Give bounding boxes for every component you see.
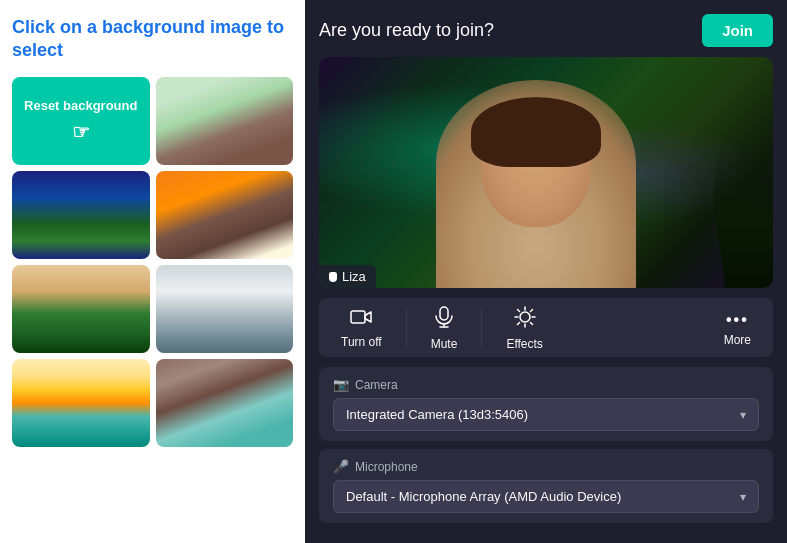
instruction-text: Click on a background image to select <box>12 16 293 63</box>
left-panel: Click on a background image to select Re… <box>0 0 305 543</box>
mic-indicator <box>329 272 337 282</box>
svg-rect-1 <box>440 307 448 320</box>
person-silhouette <box>436 80 636 288</box>
background-forest[interactable] <box>12 265 150 353</box>
background-resort[interactable] <box>156 359 294 447</box>
turn-off-label: Turn off <box>341 335 382 349</box>
svg-point-4 <box>520 312 530 322</box>
svg-line-9 <box>517 310 519 312</box>
microphone-value: Default - Microphone Array (AMD Audio De… <box>346 489 621 504</box>
divider <box>406 309 407 349</box>
background-beach[interactable] <box>12 359 150 447</box>
background-grid: Reset background ☞ <box>12 77 293 447</box>
mute-label: Mute <box>431 337 458 351</box>
mic-device-icon: 🎤 <box>333 459 349 474</box>
svg-rect-0 <box>351 311 365 323</box>
camera-icon <box>350 308 372 331</box>
microphone-label: Microphone <box>355 460 418 474</box>
right-panel: Are you ready to join? Join Liza <box>305 0 787 543</box>
person-hair <box>471 97 601 167</box>
background-cafe[interactable] <box>156 77 294 165</box>
more-button[interactable]: ••• More <box>702 311 773 347</box>
top-bar: Are you ready to join? Join <box>319 14 773 47</box>
video-preview: Liza <box>319 57 773 288</box>
background-mountains[interactable] <box>156 265 294 353</box>
ready-text: Are you ready to join? <box>319 20 494 41</box>
reset-background-button[interactable]: Reset background ☞ <box>12 77 150 165</box>
name-tag: Liza <box>319 265 376 288</box>
microphone-section: 🎤 Microphone Default - Microphone Array … <box>319 449 773 523</box>
chevron-down-icon-mic: ▾ <box>740 490 746 504</box>
svg-line-11 <box>530 310 532 312</box>
camera-label: Camera <box>355 378 398 392</box>
divider2 <box>481 309 482 349</box>
background-chairs[interactable] <box>156 171 294 259</box>
effects-icon <box>514 306 536 333</box>
camera-device-icon: 📷 <box>333 377 349 392</box>
controls-bar: Turn off Mute <box>319 298 773 357</box>
microphone-select[interactable]: Default - Microphone Array (AMD Audio De… <box>333 480 759 513</box>
svg-line-10 <box>530 323 532 325</box>
camera-label-row: 📷 Camera <box>333 377 759 392</box>
person-head <box>481 97 591 227</box>
chevron-down-icon: ▾ <box>740 408 746 422</box>
camera-section: 📷 Camera Integrated Camera (13d3:5406) ▾ <box>319 367 773 441</box>
camera-select[interactable]: Integrated Camera (13d3:5406) ▾ <box>333 398 759 431</box>
more-label: More <box>724 333 751 347</box>
user-name: Liza <box>342 269 366 284</box>
turn-off-button[interactable]: Turn off <box>319 308 404 349</box>
reset-label: Reset background <box>24 98 137 114</box>
effects-button[interactable]: Effects <box>484 306 564 351</box>
svg-line-12 <box>517 323 519 325</box>
effects-label: Effects <box>506 337 542 351</box>
join-button[interactable]: Join <box>702 14 773 47</box>
background-aurora[interactable] <box>12 171 150 259</box>
microphone-label-row: 🎤 Microphone <box>333 459 759 474</box>
cursor-icon: ☞ <box>72 120 90 144</box>
mute-button[interactable]: Mute <box>409 306 480 351</box>
mic-icon <box>435 306 453 333</box>
more-icon: ••• <box>726 311 749 329</box>
camera-value: Integrated Camera (13d3:5406) <box>346 407 528 422</box>
